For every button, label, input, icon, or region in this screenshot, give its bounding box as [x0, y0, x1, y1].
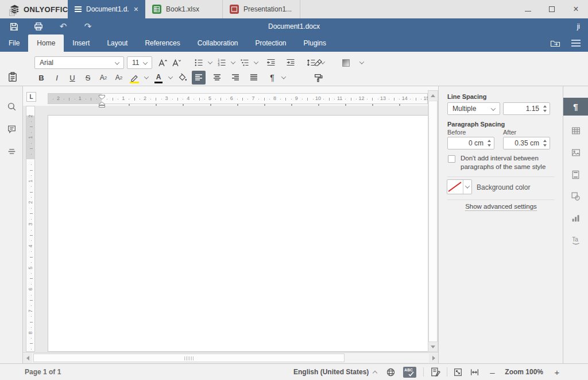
- paragraph-settings-tab[interactable]: ¶: [563, 98, 588, 116]
- header-footer-settings-tab[interactable]: [563, 166, 588, 183]
- spin-up-icon[interactable]: [543, 105, 547, 108]
- text-art-settings-tab[interactable]: Ta: [563, 231, 588, 249]
- minimize-button[interactable]: [516, 0, 540, 18]
- navigation-button[interactable]: [7, 147, 17, 156]
- nonprinting-characters-button[interactable]: ¶: [265, 71, 279, 85]
- open-file-location-button[interactable]: [550, 38, 560, 48]
- clear-style-button[interactable]: [311, 56, 325, 70]
- hamburger-menu-icon[interactable]: [571, 38, 581, 48]
- line-spacing-select[interactable]: Multiple: [447, 102, 500, 115]
- spacing-before-spinner[interactable]: 0 cm: [447, 137, 494, 149]
- nonprinting-dropdown[interactable]: [280, 71, 287, 85]
- font-size-select[interactable]: 11: [127, 56, 152, 69]
- highlight-color-dropdown[interactable]: [143, 71, 150, 85]
- line-spacing-value-spinner[interactable]: 1.15: [503, 102, 550, 115]
- spell-check-button[interactable]: ABC: [403, 367, 416, 378]
- document-language[interactable]: English (United States): [293, 368, 369, 376]
- background-color-dropdown[interactable]: [463, 180, 471, 194]
- search-button[interactable]: [7, 102, 17, 112]
- highlight-color-button[interactable]: [127, 71, 141, 85]
- tab-book1[interactable]: Book1.xlsx: [145, 0, 223, 18]
- decrease-font-size-button[interactable]: [169, 56, 183, 70]
- superscript-button[interactable]: A2: [96, 71, 110, 85]
- set-language-button[interactable]: [386, 367, 396, 377]
- no-interval-checkbox[interactable]: [448, 155, 455, 163]
- multilevel-dropdown[interactable]: [253, 56, 260, 70]
- vertical-scrollbar[interactable]: [428, 90, 438, 352]
- menu-collaboration[interactable]: Collaboration: [189, 34, 247, 52]
- scroll-right-button[interactable]: [429, 354, 438, 363]
- image-settings-tab[interactable]: [563, 144, 588, 162]
- paragraph-shading-button[interactable]: [176, 71, 189, 85]
- zoom-out-button[interactable]: –: [488, 367, 497, 377]
- increase-indent-button[interactable]: [284, 56, 297, 70]
- menu-protection[interactable]: Protection: [247, 34, 295, 52]
- scroll-down-button[interactable]: [428, 342, 438, 351]
- multilevel-list-button[interactable]: [238, 56, 252, 70]
- horizontal-scrollbar[interactable]: [23, 352, 438, 363]
- align-center-button[interactable]: [210, 71, 224, 85]
- spin-down-icon[interactable]: [488, 144, 491, 147]
- align-left-button[interactable]: [192, 71, 206, 85]
- spacing-after-spinner[interactable]: 0.35 cm: [503, 137, 550, 149]
- user-avatar[interactable]: ji: [577, 18, 580, 34]
- vertical-ruler[interactable]: 2112345678: [26, 106, 35, 352]
- maximize-button[interactable]: [540, 0, 564, 18]
- zoom-level[interactable]: Zoom 100%: [505, 368, 543, 376]
- bold-button[interactable]: B: [34, 71, 48, 85]
- left-indent-marker[interactable]: [99, 101, 105, 109]
- decrease-indent-button[interactable]: [264, 56, 278, 70]
- menu-file[interactable]: File: [0, 34, 28, 52]
- horizontal-ruler[interactable]: 21123456789101112131415: [48, 93, 428, 104]
- scroll-up-button[interactable]: [428, 91, 438, 100]
- page-indicator[interactable]: Page 1 of 1: [25, 364, 61, 380]
- tab-presentation1[interactable]: Presentation1...: [223, 0, 300, 18]
- align-right-button[interactable]: [229, 71, 242, 85]
- print-button[interactable]: [33, 21, 44, 32]
- table-shading-dropdown[interactable]: [358, 56, 365, 70]
- increase-font-size-button[interactable]: [156, 56, 169, 70]
- fit-to-width-button[interactable]: [470, 367, 479, 377]
- spin-down-icon[interactable]: [543, 144, 547, 147]
- scroll-left-button[interactable]: [23, 354, 32, 363]
- shape-settings-tab[interactable]: [563, 187, 588, 205]
- numbering-button[interactable]: 123: [215, 56, 229, 70]
- menu-home[interactable]: Home: [28, 34, 64, 52]
- menu-insert[interactable]: Insert: [64, 34, 98, 52]
- menu-layout[interactable]: Layout: [98, 34, 136, 52]
- tab-close-icon[interactable]: ×: [134, 5, 138, 13]
- underline-button[interactable]: U: [65, 71, 79, 85]
- zoom-in-button[interactable]: +: [552, 367, 562, 377]
- table-shading-button[interactable]: [339, 56, 353, 70]
- spin-up-icon[interactable]: [488, 140, 491, 142]
- tab-stop-selector[interactable]: L: [26, 92, 36, 102]
- table-settings-tab[interactable]: [563, 122, 588, 140]
- copy-style-button[interactable]: [311, 71, 325, 85]
- redo-button[interactable]: ↷: [83, 21, 93, 32]
- paste-button[interactable]: [6, 70, 20, 84]
- numbering-dropdown[interactable]: [230, 56, 237, 70]
- vertical-scroll-thumb[interactable]: [428, 101, 438, 342]
- bullets-dropdown[interactable]: [207, 56, 214, 70]
- bullets-button[interactable]: [192, 56, 206, 70]
- background-color-picker[interactable]: [447, 179, 472, 194]
- font-color-button[interactable]: A: [152, 71, 165, 85]
- align-justify-button[interactable]: [247, 71, 261, 85]
- spin-down-icon[interactable]: [543, 110, 547, 112]
- chart-settings-tab[interactable]: [563, 209, 588, 227]
- subscript-button[interactable]: A2: [112, 71, 126, 85]
- copy-button[interactable]: [6, 5, 20, 18]
- horizontal-scroll-thumb[interactable]: [33, 354, 345, 362]
- comments-button[interactable]: [7, 124, 17, 134]
- save-button[interactable]: [9, 21, 19, 32]
- first-line-indent-marker[interactable]: [99, 93, 105, 101]
- tab-document1[interactable]: Document1.d... ×: [68, 0, 145, 18]
- document-page[interactable]: [48, 115, 428, 352]
- track-changes-button[interactable]: [430, 367, 440, 377]
- font-name-select[interactable]: Arial: [34, 56, 124, 69]
- font-color-dropdown[interactable]: [167, 71, 174, 85]
- close-window-button[interactable]: ×: [564, 0, 588, 18]
- menu-plugins[interactable]: Plugins: [295, 34, 335, 52]
- strikeout-button[interactable]: S: [81, 71, 95, 85]
- show-advanced-settings-link[interactable]: Show advanced settings: [439, 203, 563, 210]
